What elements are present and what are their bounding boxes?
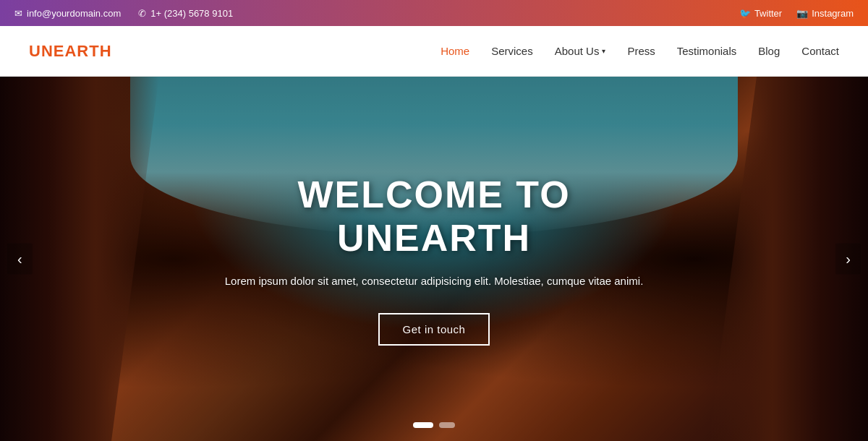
nav-item-testimonials[interactable]: Testimonials (677, 45, 737, 57)
cta-button[interactable]: Get in touch (378, 313, 490, 346)
nav-item-blog[interactable]: Blog (758, 45, 780, 57)
phone-item: ✆ 1+ (234) 5678 9101 (138, 8, 233, 19)
email-item: ✉ info@yourdomain.com (14, 8, 121, 19)
twitter-link[interactable]: 🐦 Twitter (739, 8, 782, 19)
hero-title: WELCOME TO UNEARTH (217, 173, 651, 260)
nav-item-contact[interactable]: Contact (801, 45, 839, 57)
instagram-icon: 📷 (796, 8, 808, 19)
slider-dots (413, 422, 455, 428)
slider-next-button[interactable]: › (835, 244, 861, 275)
hero-content: WELCOME TO UNEARTH Lorem ipsum dolor sit… (0, 77, 868, 441)
email-text: info@yourdomain.com (27, 8, 121, 19)
chevron-down-icon: ▾ (602, 47, 605, 55)
hero-section: ‹ › WELCOME TO UNEARTH Lorem ipsum dolor… (0, 77, 868, 441)
navbar: UNEARTH Home Services About Us ▾ Press T… (0, 26, 868, 77)
nav-links: Home Services About Us ▾ Press Testimoni… (441, 45, 839, 57)
phone-text: 1+ (234) 5678 9101 (150, 8, 233, 19)
slider-dot-1[interactable] (413, 422, 433, 428)
site-logo[interactable]: UNEARTH (29, 42, 112, 61)
nav-testimonials-label: Testimonials (677, 45, 737, 57)
nav-item-services[interactable]: Services (491, 45, 533, 57)
instagram-link[interactable]: 📷 Instagram (796, 8, 854, 19)
slider-dot-2[interactable] (439, 422, 455, 428)
phone-icon: ✆ (138, 8, 146, 19)
nav-press-label: Press (627, 45, 655, 57)
email-icon: ✉ (14, 8, 22, 19)
nav-blog-label: Blog (758, 45, 780, 57)
twitter-icon: 🐦 (739, 8, 751, 19)
nav-item-press[interactable]: Press (627, 45, 655, 57)
nav-home-label: Home (441, 45, 469, 57)
slider-prev-button[interactable]: ‹ (7, 244, 33, 275)
nav-item-aboutus[interactable]: About Us ▾ (555, 45, 606, 57)
top-bar-left: ✉ info@yourdomain.com ✆ 1+ (234) 5678 91… (14, 8, 233, 19)
nav-services-label: Services (491, 45, 533, 57)
instagram-label: Instagram (812, 8, 854, 19)
top-bar-right: 🐦 Twitter 📷 Instagram (739, 8, 854, 19)
nav-item-home[interactable]: Home (441, 45, 469, 57)
hero-subtitle: Lorem ipsum dolor sit amet, consectetur … (225, 273, 644, 290)
top-bar: ✉ info@yourdomain.com ✆ 1+ (234) 5678 91… (0, 0, 868, 26)
twitter-label: Twitter (754, 8, 782, 19)
nav-contact-label: Contact (801, 45, 839, 57)
nav-aboutus-label: About Us (555, 45, 600, 57)
